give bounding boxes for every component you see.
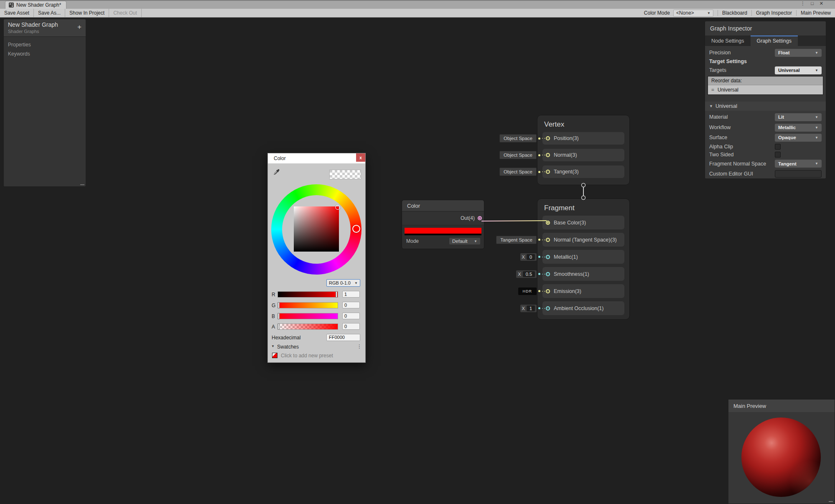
graph-inspector-toggle-button[interactable]: Graph Inspector: [751, 10, 796, 16]
out-port-label: Out(4): [461, 215, 475, 221]
mode-value: Default: [452, 239, 467, 244]
drag-handle-icon[interactable]: =: [711, 87, 714, 93]
chevron-down-icon: ▼: [815, 136, 818, 140]
targets-dropdown[interactable]: Universal ▼: [775, 66, 822, 74]
fragment-normal-slot[interactable]: Normal (Tangent Space)(3) Tangent Space: [542, 233, 624, 247]
color-mode-label: Color Mode: [641, 10, 673, 16]
emission-hdr-field[interactable]: HDR: [518, 288, 537, 295]
slider-handle[interactable]: [278, 323, 280, 330]
chevron-down-icon: ▼: [815, 69, 818, 72]
color-preset-swatch-icon[interactable]: [272, 353, 277, 358]
precision-dropdown[interactable]: Float ▼: [775, 49, 822, 57]
swatches-label[interactable]: Swatches: [277, 344, 299, 350]
window-maximize-icon[interactable]: □: [811, 1, 814, 6]
workflow-dropdown[interactable]: Metallic ▼: [775, 124, 822, 132]
document-tab[interactable]: New Shader Graph*: [5, 1, 66, 9]
vertex-position-slot[interactable]: Position(3) Object Space: [542, 132, 624, 145]
universal-foldout[interactable]: ▼ Universal: [705, 102, 826, 111]
vertex-stack-node[interactable]: Vertex Position(3) Object Space Normal(3…: [537, 115, 630, 185]
reorder-header: Reorder data:: [708, 76, 823, 85]
red-value-field[interactable]: 1: [342, 291, 360, 298]
fragment-emission-slot[interactable]: Emission(3) HDR: [542, 284, 624, 298]
save-asset-button[interactable]: Save Asset: [0, 9, 34, 17]
hexadecimal-field[interactable]: FF0000: [326, 334, 360, 341]
tangent-space-dropdown[interactable]: Object Space: [499, 168, 537, 176]
metallic-value-field[interactable]: X 0: [520, 253, 537, 261]
two-sided-checkbox[interactable]: [775, 152, 781, 158]
saturation-value-square[interactable]: [294, 206, 339, 252]
red-slider[interactable]: [277, 291, 338, 298]
green-slider[interactable]: [277, 302, 338, 308]
kebab-menu-icon[interactable]: ⋮: [357, 344, 362, 349]
reorder-item-universal[interactable]: = Universal: [708, 85, 823, 94]
widget-port-dot: [538, 273, 540, 275]
blackboard-toggle-button[interactable]: Blackboard: [718, 10, 751, 16]
widget-connection: [542, 138, 548, 139]
custom-editor-gui-field[interactable]: [775, 170, 822, 178]
add-property-button[interactable]: +: [77, 23, 81, 31]
ambient-occlusion-value-field[interactable]: X 1: [520, 305, 537, 312]
color-picker-titlebar[interactable]: Color x: [268, 153, 365, 163]
vertex-normal-slot[interactable]: Normal(3) Object Space: [542, 149, 624, 161]
main-preview-resize-grip[interactable]: [829, 501, 833, 502]
normal-space-dropdown[interactable]: Object Space: [499, 151, 537, 159]
smoothness-value-field[interactable]: X 0.5: [516, 270, 537, 278]
fragment-base-color-slot[interactable]: Base Color(3): [542, 216, 624, 229]
fragment-node-title: Fragment: [537, 199, 629, 216]
fragment-metallic-slot[interactable]: Metallic(1) X 0: [542, 250, 624, 264]
graph-canvas[interactable]: New Shader Graph Shader Graphs + Propert…: [0, 18, 835, 504]
position-space-dropdown[interactable]: Object Space: [499, 134, 537, 143]
blue-value-field[interactable]: 0: [342, 313, 360, 319]
fragment-stack-node[interactable]: Fragment Base Color(3) Normal (Tangent S…: [537, 199, 630, 320]
widget-connection: [542, 274, 548, 275]
alpha-clip-checkbox[interactable]: [775, 144, 781, 150]
graph-inspector-title[interactable]: Graph Inspector: [705, 21, 826, 36]
slider-handle[interactable]: [336, 291, 337, 298]
color-node-swatch[interactable]: [405, 228, 481, 234]
add-preset-hint[interactable]: Click to add new preset: [281, 353, 333, 359]
fragment-normal-space-dropdown[interactable]: Tangent ▼: [775, 160, 822, 168]
fragment-smoothness-slot[interactable]: Smoothness(1) X 0.5: [542, 267, 624, 281]
main-preview-title[interactable]: Main Preview: [728, 400, 835, 412]
save-as-button[interactable]: Save As...: [34, 9, 65, 17]
tab-graph-settings[interactable]: Graph Settings: [751, 36, 798, 46]
normal-space-dropdown[interactable]: Tangent Space: [496, 236, 537, 244]
slider-handle[interactable]: [278, 302, 280, 308]
vertex-tangent-slot[interactable]: Tangent(3) Object Space: [542, 165, 624, 178]
toolbar: Save Asset Save As... Show In Project Ch…: [0, 9, 835, 18]
window-menu-icon[interactable]: ⋮: [800, 1, 805, 6]
mode-dropdown[interactable]: Default ▼: [449, 237, 481, 245]
graph-inspector-panel: Graph Inspector Node Settings Graph Sett…: [705, 21, 826, 179]
tab-node-settings[interactable]: Node Settings: [705, 36, 751, 46]
green-value-field[interactable]: 0: [342, 302, 360, 308]
preview-sphere[interactable]: [741, 417, 821, 497]
alpha-value-field[interactable]: 0: [342, 323, 360, 330]
close-button[interactable]: x: [356, 153, 365, 162]
window-close-icon[interactable]: ✕: [820, 1, 823, 6]
chevron-down-icon: ▼: [815, 162, 818, 165]
fragment-ambient-occlusion-slot[interactable]: Ambient Occlusion(1) X 1: [542, 301, 624, 315]
sv-cursor[interactable]: [335, 205, 340, 210]
show-in-project-button[interactable]: Show In Project: [65, 9, 109, 17]
slider-handle[interactable]: [278, 313, 280, 319]
blackboard-resize-grip[interactable]: [80, 184, 84, 185]
rgb-mode-dropdown[interactable]: RGB 0-1.0 ▼: [326, 279, 360, 287]
base-color-port[interactable]: [546, 221, 550, 225]
hue-cursor[interactable]: [352, 225, 360, 233]
color-node[interactable]: Color Out(4) Mode Default ▼: [402, 200, 484, 249]
eyedropper-icon[interactable]: [273, 168, 280, 177]
surface-dropdown[interactable]: Opaque ▼: [775, 134, 822, 142]
alpha-slider[interactable]: [277, 323, 338, 330]
blackboard-section-keywords[interactable]: Keywords: [4, 51, 86, 57]
chevron-down-icon: ▼: [707, 11, 710, 15]
blackboard-section-properties[interactable]: Properties: [4, 42, 86, 48]
color-mode-dropdown[interactable]: <None> ▼: [673, 10, 713, 17]
color-node-title[interactable]: Color: [402, 200, 484, 211]
blue-slider[interactable]: [277, 313, 338, 319]
targets-row: Targets Universal ▼: [705, 65, 826, 75]
blackboard-title: New Shader Graph: [8, 21, 81, 28]
out-port[interactable]: [478, 216, 482, 220]
material-dropdown[interactable]: Lit ▼: [775, 113, 822, 121]
main-preview-toggle-button[interactable]: Main Preview: [796, 10, 835, 16]
foldout-triangle-icon[interactable]: ▼: [271, 344, 275, 348]
